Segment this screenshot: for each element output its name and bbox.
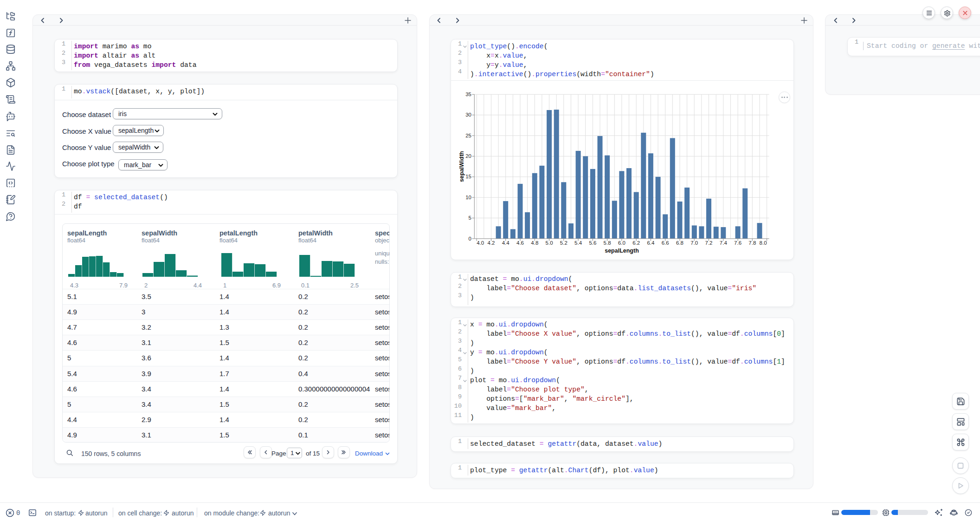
svg-text:7.6: 7.6 [734,240,741,246]
svg-text:15: 15 [465,174,471,179]
svg-text:7.4: 7.4 [720,240,728,246]
svg-text:20: 20 [465,153,471,159]
svg-text:5.2: 5.2 [560,240,567,246]
svg-text:4.4: 4.4 [502,240,510,246]
svg-text:5.4: 5.4 [574,240,582,246]
svg-text:5: 5 [469,215,471,221]
svg-text:7.0: 7.0 [690,240,698,246]
svg-text:5.0: 5.0 [546,240,553,246]
svg-text:7.2: 7.2 [705,240,713,246]
svg-text:sepalWidth: sepalWidth [458,151,465,182]
svg-text:6.2: 6.2 [632,240,640,246]
svg-text:4.2: 4.2 [488,240,495,246]
svg-text:sepalLength: sepalLength [605,247,639,254]
svg-text:10: 10 [465,195,471,200]
svg-text:35: 35 [465,91,471,97]
svg-text:6.6: 6.6 [662,240,669,246]
svg-text:8.0: 8.0 [760,240,767,246]
svg-text:5.8: 5.8 [604,240,611,246]
svg-text:5.6: 5.6 [589,240,596,246]
svg-text:6.8: 6.8 [676,240,683,246]
svg-text:4.0: 4.0 [477,240,484,246]
svg-text:0: 0 [469,236,471,241]
svg-text:4.8: 4.8 [531,240,538,246]
svg-text:7.8: 7.8 [748,240,756,246]
svg-text:30: 30 [465,112,471,117]
svg-text:6.0: 6.0 [618,240,625,246]
svg-text:25: 25 [465,133,471,138]
svg-text:4.6: 4.6 [516,240,524,246]
svg-text:6.4: 6.4 [647,240,655,246]
